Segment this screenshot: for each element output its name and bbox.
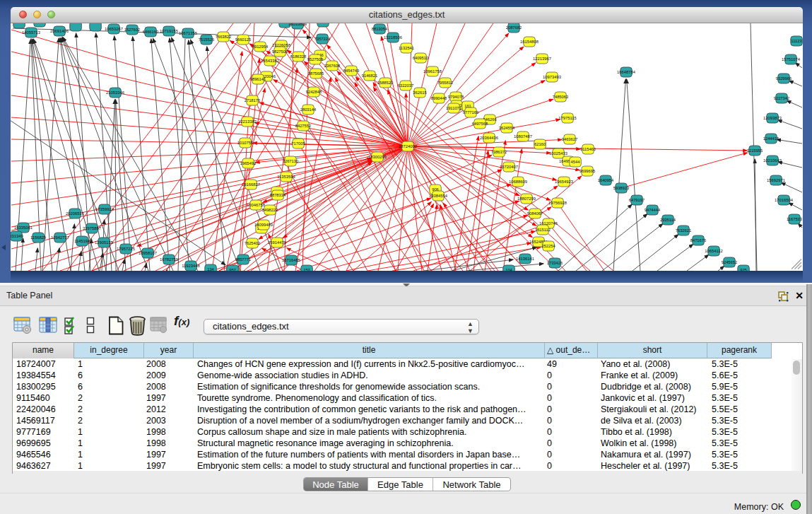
svg-text:11353594: 11353594 [277,175,295,179]
svg-text:15716485: 15716485 [282,258,300,262]
svg-text:10961758: 10961758 [423,69,442,74]
svg-text:12213967: 12213967 [533,57,551,61]
svg-text:8427552: 8427552 [295,124,312,128]
svg-text:1640954: 1640954 [598,178,614,182]
svg-text:16543382: 16543382 [261,59,279,63]
svg-text:33975887: 33975887 [83,226,101,230]
svg-text:19166827: 19166827 [242,182,260,187]
svg-text:9227342: 9227342 [774,96,790,100]
svg-text:7357224: 7357224 [314,37,331,41]
svg-text:10046758: 10046758 [247,203,265,207]
svg-text:19756928: 19756928 [548,201,567,205]
svg-text:10671355: 10671355 [179,31,197,35]
svg-text:7663822: 7663822 [216,35,232,39]
svg-text:18300295: 18300295 [368,155,387,159]
svg-text:1733426: 1733426 [547,261,563,265]
svg-text:1588520: 1588520 [377,81,394,85]
svg-text:14136141: 14136141 [516,257,534,261]
svg-text:16648784: 16648784 [617,70,636,74]
svg-text:15720407: 15720407 [500,165,518,169]
svg-text:5498222: 5498222 [262,208,278,212]
svg-text:9474444: 9474444 [645,208,661,212]
svg-text:12093873: 12093873 [763,116,782,120]
svg-text:10973493: 10973493 [543,75,561,79]
svg-text:10654112: 10654112 [705,249,722,253]
svg-text:6409510: 6409510 [413,56,429,60]
svg-text:10653267: 10653267 [105,27,123,31]
svg-text:2803144: 2803144 [300,107,317,112]
svg-text:10025433: 10025433 [549,151,567,156]
svg-text:1911071: 1911071 [446,106,461,110]
svg-text:13218506: 13218506 [384,35,402,40]
svg-text:9896141: 9896141 [250,77,266,81]
svg-text:1527602: 1527602 [124,28,141,32]
svg-text:6322037: 6322037 [398,83,414,88]
svg-text:12213383: 12213383 [238,119,257,124]
svg-text:5938923: 5938923 [613,186,630,190]
svg-text:20364436: 20364436 [480,136,498,140]
svg-text:7386372: 7386372 [491,150,507,154]
svg-text:8912954: 8912954 [252,45,269,49]
svg-text:9527505: 9527505 [307,57,324,62]
svg-text:2935114: 2935114 [660,218,676,222]
svg-text:9245652: 9245652 [722,260,738,264]
svg-text:17975115: 17975115 [558,116,576,120]
svg-text:18807299: 18807299 [517,197,536,201]
svg-text:4544: 4544 [571,160,581,164]
svg-text:2087682: 2087682 [506,25,522,30]
svg-text:15751074: 15751074 [782,57,801,62]
svg-text:9794078: 9794078 [448,95,464,99]
svg-text:7485063: 7485063 [553,95,569,99]
svg-text:10719155: 10719155 [160,29,178,33]
svg-text:1010755: 1010755 [237,141,254,145]
svg-text:9777169: 9777169 [463,110,479,115]
svg-text:7625402: 7625402 [245,241,261,245]
svg-text:9660125: 9660125 [235,37,252,42]
svg-text:15692971: 15692971 [767,178,785,182]
svg-text:19384554: 19384554 [429,194,448,198]
svg-text:9463627: 9463627 [562,137,578,141]
svg-text:14055713: 14055713 [22,30,40,35]
svg-text:1215955: 1215955 [747,148,763,153]
svg-text:1132541: 1132541 [399,46,414,50]
svg-text:9827500: 9827500 [272,49,288,54]
svg-text:1244415: 1244415 [763,136,779,141]
svg-text:17016504: 17016504 [775,198,794,202]
svg-text:16782759: 16782759 [160,257,178,262]
svg-text:20206516: 20206516 [66,211,84,216]
svg-text:10210643: 10210643 [763,158,782,163]
svg-text:1145194: 1145194 [74,239,90,243]
svg-text:9115460: 9115460 [580,147,596,151]
svg-text:3875685: 3875685 [308,71,324,76]
svg-text:20691406: 20691406 [50,29,69,33]
svg-text:717005: 717005 [291,141,305,146]
svg-text:7515526: 7515526 [199,37,215,42]
svg-text:1156829: 1156829 [30,235,46,240]
svg-text:2367608: 2367608 [324,64,341,68]
svg-text:9857771: 9857771 [235,257,252,262]
svg-text:1965492: 1965492 [240,161,257,165]
svg-text:2718176: 2718176 [245,98,261,103]
svg-text:6479197: 6479197 [629,198,645,202]
svg-text:10688609: 10688609 [509,180,527,184]
svg-text:17359924: 17359924 [95,207,114,211]
svg-text:252254: 252254 [541,244,555,248]
svg-text:14099489: 14099489 [254,223,273,227]
svg-text:9329966: 9329966 [776,76,792,81]
svg-text:10958107: 10958107 [139,251,157,255]
svg-text:19654923: 19654923 [555,180,573,184]
svg-text:6466160: 6466160 [143,30,159,34]
svg-text:8990448: 8990448 [431,96,447,100]
svg-text:331349: 331349 [11,234,23,238]
svg-text:9242848: 9242848 [306,90,322,94]
svg-text:3267130: 3267130 [283,159,299,163]
svg-text:8454749: 8454749 [343,69,360,73]
svg-text:12905135: 12905135 [95,240,113,245]
svg-text:7955812: 7955812 [437,81,454,85]
svg-text:9146821: 9146821 [362,74,378,78]
svg-text:8186328: 8186328 [290,54,307,59]
svg-text:8471676: 8471676 [690,238,707,243]
svg-text:16033809: 16033809 [288,23,307,26]
svg-text:362615: 362615 [413,90,426,95]
svg-text:7632621: 7632621 [676,228,692,233]
